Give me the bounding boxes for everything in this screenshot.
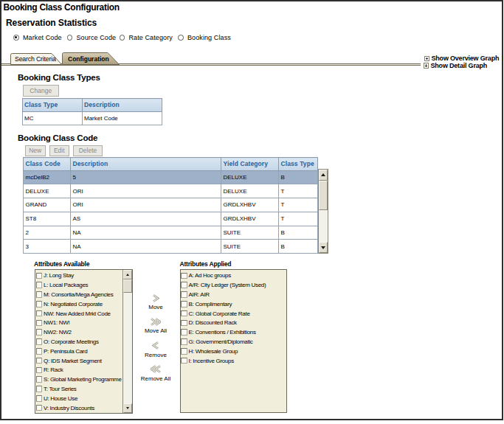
table-cell[interactable]: MC <box>22 111 82 125</box>
list-item[interactable]: R: Rack <box>35 365 132 375</box>
table-cell[interactable]: B <box>279 170 318 184</box>
checkbox-icon[interactable] <box>36 291 43 298</box>
list-item[interactable]: AIR: AIR <box>181 290 286 299</box>
remove-all-button[interactable] <box>134 363 178 376</box>
table-cell[interactable]: DELUXE <box>221 170 279 184</box>
list-item[interactable]: J: Long Stay <box>35 271 132 281</box>
table-cell[interactable]: B <box>279 240 318 254</box>
list-item[interactable]: S: Global Marketing Programme <box>35 375 132 384</box>
list-item[interactable]: L: Local Packages <box>35 280 132 290</box>
table-cell[interactable]: B <box>279 226 318 240</box>
radio-selected-icon[interactable] <box>13 35 19 41</box>
list-item[interactable]: NW1: NW! <box>35 318 132 327</box>
list-item[interactable]: A: Ad Hoc groups <box>181 271 286 281</box>
scroll-down-button[interactable] <box>123 403 132 413</box>
list-item[interactable]: C: Global Corporate Rate <box>181 309 286 319</box>
tab-search-criteria[interactable]: Search Criteria <box>15 55 56 63</box>
scroll-up-button[interactable] <box>319 170 328 181</box>
radio-market-code[interactable]: Market Code <box>13 33 62 42</box>
list-item[interactable]: U: House Use <box>35 394 132 403</box>
checkbox-icon[interactable] <box>36 367 43 374</box>
table-cell[interactable]: SUITE <box>221 226 279 240</box>
table-cell[interactable]: T <box>279 184 318 198</box>
remove-button[interactable] <box>134 339 178 352</box>
list-item[interactable]: B: Complimentary <box>181 299 286 309</box>
table-row[interactable]: 2NASUITEB <box>24 226 318 240</box>
table-row[interactable]: mcDelB25DELUXEB <box>24 170 318 184</box>
checkbox-icon[interactable] <box>36 301 43 307</box>
checkbox-icon[interactable] <box>36 358 43 364</box>
radio-unselected-icon[interactable] <box>178 35 184 41</box>
scroll-thumb[interactable] <box>319 181 328 210</box>
change-button[interactable]: Change <box>23 85 59 97</box>
table-row[interactable]: MCMarket Code <box>22 111 162 125</box>
list-item[interactable]: D: Discounted Rack <box>181 318 286 327</box>
list-item[interactable]: O: Corporate Meetings <box>35 337 132 347</box>
table-cell[interactable]: T <box>279 198 318 212</box>
radio-source-code[interactable]: Source Code <box>67 33 117 42</box>
list-item[interactable]: H: Wholesale Group <box>181 347 286 356</box>
tab-configuration[interactable]: Configuration <box>68 55 109 63</box>
checkbox-icon[interactable] <box>36 386 43 392</box>
list-item[interactable]: A/R: City Ledger (System Used) <box>181 280 286 290</box>
plus-box-icon[interactable] <box>424 63 429 69</box>
list-item[interactable]: NW: New Added Mrkt Code <box>35 309 132 319</box>
table-cell[interactable]: ORI <box>71 198 221 212</box>
table-row[interactable]: 3NASUITEB <box>24 240 318 254</box>
checkbox-icon[interactable] <box>36 376 43 383</box>
list-item[interactable]: NW2: NW2 <box>35 327 132 337</box>
checkbox-icon[interactable] <box>181 338 187 345</box>
checkbox-icon[interactable] <box>181 329 187 336</box>
checkbox-icon[interactable] <box>36 320 43 327</box>
table-cell[interactable]: NA <box>71 240 221 254</box>
table-cell[interactable]: mcDelB2 <box>24 170 71 184</box>
table-row[interactable]: GRANDORIGRDLXHBVT <box>24 198 318 212</box>
table-cell[interactable]: T <box>279 212 318 226</box>
show-overview-graph-toggle[interactable]: Show Overview Graph <box>424 55 500 62</box>
table-cell[interactable]: DELUXE <box>221 184 279 198</box>
table-cell[interactable]: AS <box>71 212 221 226</box>
plus-box-icon[interactable] <box>424 56 430 62</box>
table-cell[interactable]: GRAND <box>24 198 71 212</box>
table-row[interactable]: ST8ASGRDLXHBVT <box>24 212 318 226</box>
table-cell[interactable]: 3 <box>24 240 71 254</box>
list-item[interactable]: M: Consortia/Mega Agencies <box>35 290 132 299</box>
list-item[interactable]: I: Incentive Groups <box>181 356 286 366</box>
new-button[interactable]: New <box>25 145 46 156</box>
checkbox-icon[interactable] <box>36 282 43 288</box>
checkbox-icon[interactable] <box>181 282 187 288</box>
delete-button[interactable]: Delete <box>73 145 103 156</box>
checkbox-icon[interactable] <box>36 405 43 411</box>
checkbox-icon[interactable] <box>36 338 43 345</box>
table-cell[interactable]: GRDLXHBV <box>221 212 279 226</box>
checkbox-icon[interactable] <box>36 310 43 317</box>
table-cell[interactable]: NA <box>71 226 221 240</box>
codes-table-scrollbar[interactable] <box>318 169 328 254</box>
checkbox-icon[interactable] <box>181 320 187 327</box>
show-detail-graph-toggle[interactable]: Show Detail Graph <box>424 62 488 69</box>
checkbox-icon[interactable] <box>181 291 187 298</box>
list-item[interactable]: V: Industry Discounts <box>35 403 132 413</box>
table-cell[interactable]: DELUXE <box>24 184 71 198</box>
checkbox-icon[interactable] <box>181 358 187 364</box>
scroll-up-button[interactable] <box>123 270 132 279</box>
list-item[interactable]: T: Tour Series <box>35 384 132 394</box>
scroll-down-button[interactable] <box>319 242 328 253</box>
checkbox-icon[interactable] <box>36 329 43 336</box>
checkbox-icon[interactable] <box>36 348 43 355</box>
table-cell[interactable]: SUITE <box>221 240 279 254</box>
attributes-available-scrollbar[interactable] <box>122 270 132 413</box>
checkbox-icon[interactable] <box>36 395 43 402</box>
table-cell[interactable]: GRDLXHBV <box>221 198 279 212</box>
radio-unselected-icon[interactable] <box>67 35 73 41</box>
checkbox-icon[interactable] <box>181 348 187 355</box>
table-cell[interactable]: Market Code <box>82 111 162 125</box>
table-cell[interactable]: 2 <box>24 226 71 240</box>
table-cell[interactable]: 5 <box>71 170 221 184</box>
checkbox-icon[interactable] <box>36 273 43 279</box>
list-item[interactable]: G: Government/Diplomatic <box>181 337 286 347</box>
list-item[interactable]: N: Negotiated Corporate <box>35 299 132 309</box>
scroll-thumb[interactable] <box>123 279 132 293</box>
checkbox-icon[interactable] <box>181 301 187 307</box>
radio-booking-class[interactable]: Booking Class <box>178 33 231 42</box>
